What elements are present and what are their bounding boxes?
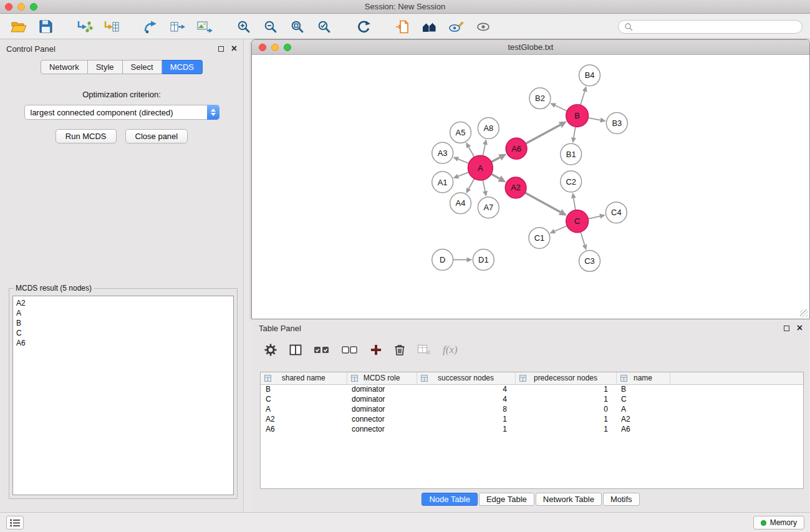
cell-shared-name[interactable]: C	[261, 394, 347, 404]
zoom-fit-button[interactable]	[286, 17, 309, 37]
export-network-button[interactable]	[140, 17, 162, 37]
open-recent-file-button[interactable]	[392, 17, 414, 37]
mcds-result-item[interactable]: B	[16, 318, 230, 328]
table-close-panel-icon[interactable]: ×	[797, 323, 803, 333]
zoom-selected-button[interactable]	[313, 17, 335, 37]
cell-predecessor-nodes[interactable]: 0	[515, 404, 616, 414]
table-tab-motifs[interactable]: Motifs	[603, 493, 640, 506]
zoom-out-button[interactable]	[259, 17, 282, 37]
cell-name[interactable]: B	[616, 384, 670, 394]
apply-layout-button[interactable]	[352, 17, 375, 37]
network-zoom-button[interactable]	[284, 44, 291, 51]
graph-edge[interactable]	[491, 157, 500, 162]
mcds-result-item[interactable]: A6	[16, 338, 230, 348]
column-header-MCDS-role[interactable]: MCDS role	[347, 372, 417, 384]
open-session-button[interactable]	[7, 17, 30, 37]
network-close-button[interactable]	[259, 44, 266, 51]
table-tab-node-table[interactable]: Node Table	[422, 493, 478, 506]
cell-predecessor-nodes[interactable]: 1	[515, 394, 616, 404]
criterion-dropdown[interactable]: largest connected component (directed)	[24, 105, 219, 120]
eye-toggle-button[interactable]	[472, 17, 494, 37]
graph-edge[interactable]	[574, 198, 576, 210]
mcds-result-item[interactable]: C	[16, 328, 230, 338]
cell-name[interactable]: A6	[616, 424, 670, 434]
graph-edge[interactable]	[588, 118, 600, 120]
graph-edge[interactable]	[483, 180, 485, 191]
cell-name[interactable]: A	[616, 404, 670, 414]
table-row[interactable]: A2connector11A2	[261, 414, 803, 424]
cell-name[interactable]: A2	[616, 414, 670, 424]
cell-successor-nodes[interactable]: 1	[417, 414, 515, 424]
graph-edge[interactable]	[458, 159, 469, 163]
show-graphics-details-button[interactable]	[445, 17, 468, 37]
create-column-button[interactable]	[370, 344, 382, 356]
mcds-result-item[interactable]: A	[16, 308, 230, 318]
network-graph[interactable]: AA1A2A3A4A5A6A7A8BB1B2B3B4CC1C2C3C4DD1	[253, 56, 809, 318]
search-input[interactable]	[636, 22, 796, 31]
zoom-window-button[interactable]	[30, 3, 37, 11]
close-window-button[interactable]	[5, 3, 12, 11]
tab-mcds[interactable]: MCDS	[162, 60, 203, 74]
graph-edge[interactable]	[483, 145, 485, 156]
tab-network[interactable]: Network	[41, 60, 88, 74]
deselect-all-columns-button[interactable]	[342, 346, 358, 354]
graph-edge[interactable]	[526, 125, 561, 143]
table-row[interactable]: Bdominator41B	[261, 384, 803, 394]
cell-shared-name[interactable]: A2	[261, 414, 347, 424]
delete-column-button[interactable]	[394, 344, 405, 356]
cell-successor-nodes[interactable]: 1	[417, 424, 515, 434]
task-history-button[interactable]	[6, 516, 24, 530]
mcds-result-item[interactable]: A2	[16, 298, 230, 308]
cell-predecessor-nodes[interactable]: 1	[515, 424, 616, 434]
cell-shared-name[interactable]: A	[261, 404, 347, 414]
close-panel-icon[interactable]: ×	[231, 44, 237, 54]
cell-mcds-role[interactable]: dominator	[347, 404, 417, 414]
float-panel-icon[interactable]	[218, 46, 224, 52]
table-tab-network-table[interactable]: Network Table	[536, 493, 602, 506]
show-columns-button[interactable]	[289, 344, 302, 355]
table-row[interactable]: Cdominator41C	[261, 394, 803, 404]
cell-successor-nodes[interactable]: 8	[417, 404, 515, 414]
graph-edge[interactable]	[458, 172, 469, 176]
network-canvas[interactable]: AA1A2A3A4A5A6A7A8BB1B2B3B4CC1C2C3C4DD1	[253, 56, 809, 318]
select-all-columns-button[interactable]	[314, 346, 330, 354]
save-session-button[interactable]	[34, 17, 57, 37]
graph-edge[interactable]	[588, 216, 600, 219]
cell-name[interactable]: C	[616, 394, 670, 404]
cell-mcds-role[interactable]: connector	[347, 414, 417, 424]
table-tab-edge-table[interactable]: Edge Table	[479, 493, 534, 506]
graph-edge[interactable]	[491, 174, 499, 178]
tab-style[interactable]: Style	[88, 60, 123, 74]
export-image-button[interactable]	[193, 17, 216, 37]
cell-shared-name[interactable]: A6	[261, 424, 347, 434]
toolbar-search-field[interactable]	[618, 20, 803, 34]
export-table-button[interactable]	[166, 17, 189, 37]
close-panel-button[interactable]: Close panel	[125, 129, 188, 143]
cell-mcds-role[interactable]: dominator	[347, 384, 417, 394]
minimize-window-button[interactable]	[17, 3, 25, 11]
import-table-button[interactable]	[100, 17, 123, 37]
cell-predecessor-nodes[interactable]: 1	[515, 414, 616, 424]
run-mcds-button[interactable]: Run MCDS	[55, 129, 117, 143]
network-minimize-button[interactable]	[271, 44, 279, 51]
cell-mcds-role[interactable]: dominator	[347, 394, 417, 404]
graph-edge[interactable]	[555, 105, 567, 111]
graph-edge[interactable]	[525, 193, 561, 212]
column-header-predecessor-nodes[interactable]: predecessor nodes	[515, 372, 616, 384]
home-button[interactable]	[418, 17, 441, 37]
cell-shared-name[interactable]: B	[261, 384, 347, 394]
column-header-shared-name[interactable]: shared name	[261, 372, 347, 384]
graph-edge[interactable]	[469, 179, 475, 189]
graph-edge[interactable]	[581, 92, 585, 105]
column-header-successor-nodes[interactable]: successor nodes	[417, 372, 515, 384]
graph-edge[interactable]	[469, 147, 475, 157]
resize-grip[interactable]	[800, 309, 808, 317]
table-settings-button[interactable]	[264, 343, 277, 357]
table-float-panel-icon[interactable]	[784, 326, 789, 331]
import-network-button[interactable]	[74, 17, 96, 37]
cell-mcds-role[interactable]: connector	[347, 424, 417, 434]
zoom-in-button[interactable]	[233, 17, 255, 37]
table-row[interactable]: A6connector11A6	[261, 424, 803, 434]
graph-edge[interactable]	[555, 226, 567, 231]
column-header-name[interactable]: name	[616, 372, 670, 384]
